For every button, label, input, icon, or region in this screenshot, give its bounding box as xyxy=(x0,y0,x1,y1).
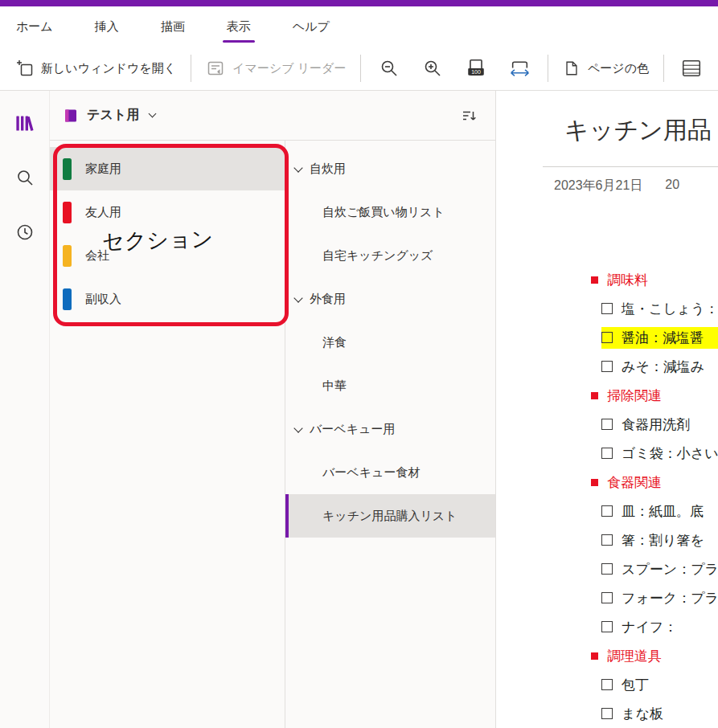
app-rail xyxy=(0,91,50,728)
ribbon-tab-4[interactable]: 表示 xyxy=(227,6,251,47)
ruled-lines-icon xyxy=(681,58,702,79)
section-item[interactable]: 友人用 xyxy=(50,190,285,234)
page-content: キッチン用品 2023年6月21日 20 調味料塩・こしょう：フ醤油：減塩醤みそ… xyxy=(496,91,718,728)
zoom-in-icon xyxy=(423,59,442,78)
ribbon-tab-5[interactable]: ヘルプ xyxy=(293,6,330,47)
page-item[interactable]: キッチン用品購入リスト xyxy=(285,494,495,538)
section-color-icon xyxy=(63,158,72,180)
todo-checkbox[interactable] xyxy=(601,592,613,603)
outline-todo-inner: ゴミ袋：小さい xyxy=(601,443,718,464)
section-label: 副収入 xyxy=(85,292,121,307)
window-accent-bar xyxy=(0,0,718,6)
outline-todo-row: ゴミ袋：小さい xyxy=(496,439,718,468)
todo-checkbox[interactable] xyxy=(601,708,613,719)
todo-checkbox[interactable] xyxy=(601,303,613,314)
todo-checkbox[interactable] xyxy=(601,621,613,632)
ruled-lines-button[interactable] xyxy=(675,51,708,86)
zoom-100-button[interactable]: 100 xyxy=(460,51,492,86)
page-item[interactable]: バーベキュー食材 xyxy=(285,451,495,494)
notebook-header: テスト用 xyxy=(50,91,495,141)
note-outline: 調味料塩・こしょう：フ醤油：減塩醤みそ：減塩み掃除関連食器用洗剤ゴミ袋：小さい食… xyxy=(496,265,718,728)
page-meta: 2023年6月21日 20 xyxy=(554,178,718,194)
outline-todo-inner: 箸：割り箸を xyxy=(601,530,718,551)
new-window-button[interactable]: 新しいウィンドウを開く xyxy=(8,53,184,84)
immersive-reader-label: イマーシブ リーダー xyxy=(232,61,346,76)
pages-list: 自炊用自炊ご飯買い物リスト自宅キッチングッズ外食用洋食中華バーベキュー用バーベキ… xyxy=(285,141,495,728)
section-item[interactable]: 副収入 xyxy=(50,277,285,321)
outline-todo-inner: ナイフ： xyxy=(601,616,718,638)
page-item[interactable]: 中華 xyxy=(285,364,495,407)
page-label: キッチン用品購入リスト xyxy=(322,509,457,524)
todo-checkbox[interactable] xyxy=(601,361,613,372)
notebook-selector[interactable]: テスト用 xyxy=(63,107,155,124)
section-label: 家庭用 xyxy=(85,162,121,177)
onenote-app: ホーム挿入描画表示ヘルプ 新しいウィンドウを開く イマーシブ リーダー xyxy=(0,0,718,728)
toolbar-divider xyxy=(663,55,664,82)
square-bullet-icon xyxy=(591,652,598,660)
outline-heading: 調味料 xyxy=(496,265,718,294)
sections-list: 家庭用友人用会社副収入 xyxy=(50,141,285,728)
page-item[interactable]: 自宅キッチングッズ xyxy=(285,234,495,277)
page-group-item[interactable]: 外食用 xyxy=(285,277,495,321)
outline-todo-row: ナイフ： xyxy=(496,612,718,641)
outline-todo-row: スプーン：プラ xyxy=(496,554,718,583)
sort-button[interactable] xyxy=(455,102,482,129)
outline-todo-text: 包丁 xyxy=(622,676,649,694)
chevron-down-icon xyxy=(293,163,302,172)
title-underline xyxy=(543,166,718,167)
page-width-icon xyxy=(509,59,531,79)
zoom-100-icon: 100 xyxy=(466,58,486,79)
search-button[interactable] xyxy=(0,153,50,202)
page-group-item[interactable]: 自炊用 xyxy=(285,147,495,190)
page-item[interactable]: 自炊ご飯買い物リスト xyxy=(285,190,495,234)
main-area: テスト用 家庭用友人用会社副収入 自炊用自炊ご飯買い物リスト自宅キッチングッズ外… xyxy=(0,91,718,728)
zoom-out-button[interactable] xyxy=(373,51,405,86)
todo-checkbox[interactable] xyxy=(601,563,613,575)
outline-heading: 調理道具 xyxy=(496,641,718,670)
page-group-item[interactable]: バーベキュー用 xyxy=(285,407,495,451)
section-item[interactable]: 家庭用 xyxy=(50,147,285,190)
section-item[interactable]: 会社 xyxy=(50,234,285,277)
todo-checkbox[interactable] xyxy=(601,448,613,459)
recent-notes-button[interactable] xyxy=(0,208,50,256)
page-color-button[interactable]: ページの色 xyxy=(555,53,657,84)
outline-todo-text: ナイフ： xyxy=(622,618,677,636)
new-window-icon xyxy=(16,59,34,77)
outline-todo-text: まな板 xyxy=(622,705,663,723)
chevron-down-icon xyxy=(293,423,302,432)
outline-todo-text: 食器用洗剤 xyxy=(622,415,690,434)
page-label: 中華 xyxy=(322,378,347,394)
outline-heading: 食器関連 xyxy=(496,468,718,497)
ribbon-tab-3[interactable]: 描画 xyxy=(161,6,185,47)
square-bullet-icon xyxy=(591,479,598,486)
view-toolbar: 新しいウィンドウを開く イマーシブ リーダー xyxy=(0,47,718,91)
notebooks-button[interactable] xyxy=(0,99,50,147)
page-label: バーベキュー用 xyxy=(310,422,395,437)
todo-checkbox[interactable] xyxy=(601,679,613,690)
page-color-label: ページの色 xyxy=(588,61,649,76)
outline-heading-text: 調理道具 xyxy=(607,647,662,665)
outline-heading-text: 食器関連 xyxy=(607,473,662,492)
todo-checkbox[interactable] xyxy=(601,332,613,343)
outline-todo-inner: 包丁 xyxy=(601,674,718,696)
page-label: 自炊ご飯買い物リスト xyxy=(322,205,445,220)
zoom-in-button[interactable] xyxy=(416,51,449,86)
page-time: 20 xyxy=(665,178,679,194)
ribbon-tab-1[interactable]: ホーム xyxy=(16,6,53,47)
ribbon-tab-bar: ホーム挿入描画表示ヘルプ xyxy=(0,6,718,47)
page-item[interactable]: 洋食 xyxy=(285,321,495,364)
chevron-down-icon xyxy=(149,110,157,118)
library-icon xyxy=(14,112,35,134)
page-title[interactable]: キッチン用品 xyxy=(564,114,718,147)
section-color-icon xyxy=(63,245,72,267)
outline-todo-text: みそ：減塩み xyxy=(622,358,704,376)
immersive-reader-button[interactable]: イマーシブ リーダー xyxy=(198,52,354,84)
todo-checkbox[interactable] xyxy=(601,419,613,430)
notebook-icon xyxy=(63,108,79,124)
chevron-down-icon xyxy=(293,293,302,302)
todo-checkbox[interactable] xyxy=(601,505,613,517)
ribbon-tab-2[interactable]: 挿入 xyxy=(95,6,119,47)
todo-checkbox[interactable] xyxy=(601,534,613,546)
navigation-pane: テスト用 家庭用友人用会社副収入 自炊用自炊ご飯買い物リスト自宅キッチングッズ外… xyxy=(50,91,496,728)
page-width-button[interactable] xyxy=(503,51,535,86)
